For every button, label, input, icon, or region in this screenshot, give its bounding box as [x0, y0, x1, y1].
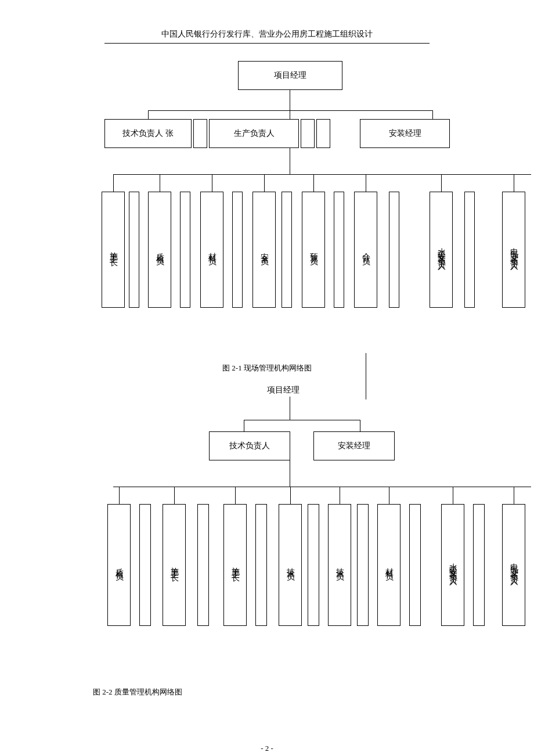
chart1-bgap-3 — [232, 192, 243, 308]
chart2-bottom-1: 施工工长 — [163, 504, 186, 626]
chart1-bottom-2: 材料员 — [200, 192, 223, 308]
chart2-bottom-5: 材料员 — [377, 504, 400, 626]
chart2-top: 项目经理 — [267, 385, 300, 395]
chart2-caption: 图 2-2 质量管理机构网络图 — [93, 687, 511, 697]
chart2-bgap-1 — [139, 504, 151, 626]
chart1-bottom-7: 电气安装负责人 — [502, 192, 525, 308]
chart1-bgap-6 — [389, 192, 399, 308]
chart2-bgap-2 — [197, 504, 209, 626]
page-number: - 2 - — [23, 744, 511, 753]
chart1-mid-0: 技术负责人 张 — [104, 119, 192, 148]
chart2-mid-1: 安装经理 — [313, 431, 395, 460]
chart1-mid-1: 生产负责人 — [209, 119, 299, 148]
chart2-bottom-7: 电气安装负责人 — [502, 504, 525, 626]
chart1-bottom-6: 水暖安装负责人 — [430, 192, 453, 308]
chart2-bgap-4 — [308, 504, 319, 626]
chart1-bgap-5 — [334, 192, 344, 308]
chart1-mid-gap1 — [193, 119, 207, 148]
org-chart-2: 项目经理 技术负责人 安装经理 质检员 施工工长 施工工长 技术员 技术员 材料… — [23, 385, 511, 675]
chart2-bottom-6: 水暖安装负责人 — [441, 504, 464, 626]
chart1-bgap-7 — [464, 192, 475, 308]
chart1-bgap-4 — [282, 192, 292, 308]
chart1-mid-2: 安装经理 — [360, 119, 450, 148]
chart2-bottom-4: 技术员 — [328, 504, 351, 626]
chart2-bgap-6 — [409, 504, 421, 626]
chart2-bottom-0: 质检员 — [107, 504, 131, 626]
chart2-bottom-2: 施工工长 — [223, 504, 247, 626]
chart2-bgap-3 — [255, 504, 267, 626]
chart1-bottom-5: 会计员 — [354, 192, 377, 308]
chart2-mid-0: 技术负责人 — [209, 431, 290, 460]
chart1-bottom-4: 预算员 — [302, 192, 325, 308]
chart1-bottom-1: 质检员 — [148, 192, 171, 308]
chart2-bottom-3: 技术员 — [279, 504, 302, 626]
chart1-bottom-3: 安全员 — [252, 192, 276, 308]
chart1-mid-gap2 — [301, 119, 315, 148]
page-header: 中国人民银行分行发行库、营业办公用房工程施工组织设计 — [104, 29, 430, 44]
chart1-top: 项目经理 — [238, 61, 342, 90]
chart1-bgap-1 — [129, 192, 139, 308]
org-chart-1: 项目经理 技术负责人 张 生产负责人 安装经理 施工工长 质检员 材料员 安全员… — [23, 61, 511, 351]
chart2-bgap-5 — [357, 504, 369, 626]
chart1-caption: 图 2-1 现场管理机构网络图 — [23, 363, 511, 373]
chart2-bgap-7 — [473, 504, 485, 626]
chart1-mid-gap3 — [316, 119, 330, 148]
chart1-bottom-0: 施工工长 — [102, 192, 125, 308]
chart1-bgap-2 — [180, 192, 190, 308]
